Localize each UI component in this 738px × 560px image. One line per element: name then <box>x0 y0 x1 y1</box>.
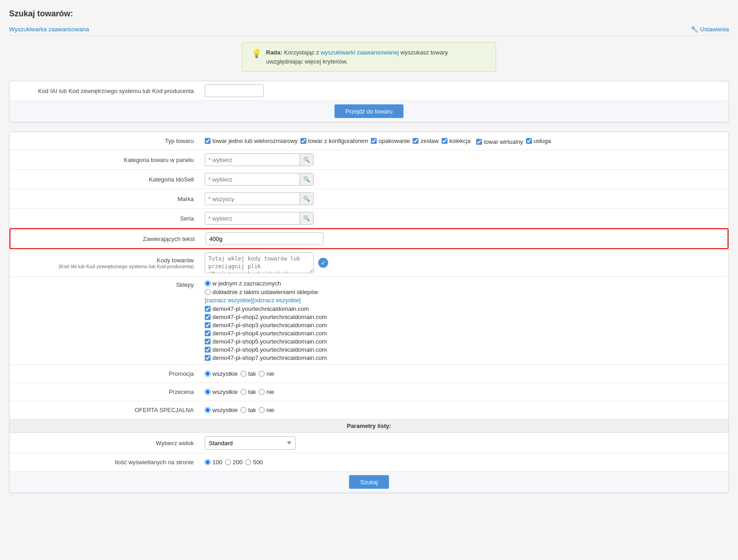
sklepy-radio-jednym[interactable]: w jednym z zaznaczonych <box>205 280 281 287</box>
szukaj-button[interactable]: Szukaj <box>349 475 389 489</box>
seria-wrap: 🔍 <box>205 212 314 225</box>
settings-link[interactable]: 🔧 Ustawienia <box>691 26 729 33</box>
kategoria-panelu-content: 🔍 <box>200 150 728 169</box>
seria-search-btn[interactable]: 🔍 <box>300 212 313 224</box>
typ-towaru-row: Typ towaru towar jedno lub wielorozmiaro… <box>10 132 728 150</box>
przecena-nie[interactable]: nie <box>259 388 274 395</box>
oferta-specjalna-content: wszystkie tak nie <box>200 403 728 417</box>
magnifier-icon-2: 🔍 <box>303 176 310 182</box>
przecena-content: wszystkie tak nie <box>200 385 728 398</box>
przecena-label: Przecena <box>10 385 200 399</box>
seria-label: Seria <box>10 211 200 226</box>
sklepy-radio-dokladnie[interactable]: dokładnie z takimi ustawieniami sklepów <box>205 289 318 295</box>
oferta-wszystkie[interactable]: wszystkie <box>205 407 238 413</box>
przecena-tak[interactable]: tak <box>241 388 256 395</box>
marka-input[interactable] <box>205 193 300 205</box>
wybierz-widok-content: Standard Rozszerzony Minimalny <box>200 433 728 453</box>
tip-text-before: Korzystając z <box>284 49 321 56</box>
zawierajacych-tekst-content <box>201 229 728 248</box>
zaznacz-odznacz-links: [zaznacz wszystkie] [odznacz wszystkie] <box>205 297 300 304</box>
promocja-label: Promocja <box>10 367 200 381</box>
oferta-specjalna-label: OFERTA SPECJALNA <box>10 403 200 417</box>
code-section: Kod IAI lub Kod zewnętrznego systemu lub… <box>9 81 729 123</box>
zawierajacych-tekst-input[interactable] <box>206 232 324 245</box>
kody-towarow-textarea[interactable] <box>205 252 314 273</box>
odznacz-link[interactable]: [odznacz wszystkie] <box>252 297 300 304</box>
kategoria-idosell-label: Kategoria IdoSell <box>10 172 200 187</box>
sklepy-row: Sklepy w jednym z zaznaczonych dokładnie… <box>10 277 728 365</box>
ilosc-100[interactable]: 100 <box>205 459 222 466</box>
sklepy-content: w jednym z zaznaczonych dokładnie z taki… <box>200 277 728 364</box>
kategoria-idosell-wrap: 🔍 <box>205 173 314 186</box>
shop-3[interactable]: demo47-pl-shop3.yourtechnicaldomain.com <box>205 322 327 329</box>
widok-select[interactable]: Standard Rozszerzony Minimalny <box>205 436 295 450</box>
cb-opakowanie[interactable]: opakowanie <box>371 138 410 144</box>
cb-usluga[interactable]: usługa <box>526 138 551 144</box>
wybierz-widok-row: Wybierz widok Standard Rozszerzony Minim… <box>10 433 728 453</box>
cb-towar-konfig[interactable]: towar z konfiguratorem <box>300 138 368 144</box>
code-btn-row: Przejdź do towaru <box>10 101 728 122</box>
promocja-tak[interactable]: tak <box>241 370 256 377</box>
kategoria-idosell-content: 🔍 <box>200 170 728 189</box>
wybierz-widok-label: Wybierz widok <box>10 436 200 450</box>
shop-6[interactable]: demo47-pl-shop6.yourtechnicaldomain.com <box>205 346 327 353</box>
cb-towar-wirtualny[interactable]: towar wirtualny <box>476 138 523 145</box>
kategoria-idosell-search-btn[interactable]: 🔍 <box>300 173 313 185</box>
przecena-row: Przecena wszystkie tak nie <box>10 383 728 401</box>
code-label: Kod IAI lub Kod zewnętrznego systemu lub… <box>10 84 200 98</box>
code-input[interactable] <box>205 84 264 97</box>
cb-kolekcja[interactable]: kolekcja <box>442 138 471 144</box>
cb-towar-jedno[interactable]: towar jedno lub wielorozmiarowy <box>205 138 298 144</box>
kody-towarow-content: ✓ <box>200 249 728 276</box>
tip-link[interactable]: wyszukiwarki zaawansowanej <box>321 49 399 56</box>
przecena-wszystkie[interactable]: wszystkie <box>205 388 238 395</box>
parametry-listy-header: Parametry listy: <box>10 419 728 433</box>
zaznacz-link[interactable]: [zaznacz wszystkie] <box>205 297 252 304</box>
top-bar: Wyszukiwarka zaawansowana 🔧 Ustawienia <box>9 23 729 36</box>
shop-1[interactable]: demo47-pl.yourtechnicaldomain.com <box>205 305 327 312</box>
shop-4[interactable]: demo47-pl-shop4.yourtechnicaldomain.com <box>205 330 327 337</box>
code-row: Kod IAI lub Kod zewnętrznego systemu lub… <box>10 81 728 101</box>
przejdz-button[interactable]: Przejdź do towaru <box>335 104 403 118</box>
ilosc-200[interactable]: 200 <box>225 459 243 466</box>
promocja-row: Promocja wszystkie tak nie <box>10 365 728 383</box>
kategoria-panelu-wrap: 🔍 <box>205 153 314 166</box>
advanced-search-link[interactable]: Wyszukiwarka zaawansowana <box>9 26 89 33</box>
tip-box: 💡 Rada: Korzystając z wyszukiwarki zaawa… <box>242 42 496 72</box>
seria-content: 🔍 <box>200 209 728 228</box>
magnifier-icon-4: 🔍 <box>303 215 310 221</box>
kategoria-idosell-input[interactable] <box>205 173 300 185</box>
marka-content: 🔍 <box>200 189 728 208</box>
tip-text: Rada: Korzystając z wyszukiwarki zaawans… <box>266 48 487 66</box>
seria-input[interactable] <box>205 212 300 224</box>
promocja-wszystkie[interactable]: wszystkie <box>205 370 238 377</box>
shop-2[interactable]: demo47-pl-shop2.yourtechnicaldomain.com <box>205 314 327 320</box>
ilosc-500[interactable]: 500 <box>245 459 263 466</box>
shop-7[interactable]: demo47-pl-shop7.yourtechnicaldomain.com <box>205 354 327 361</box>
shops-list: demo47-pl.yourtechnicaldomain.com demo47… <box>205 305 327 361</box>
zawierajacych-tekst-label: Zawierających tekst <box>10 232 201 246</box>
search-form: Typ towaru towar jedno lub wielorozmiaro… <box>9 132 729 493</box>
ilosc-label: Ilość wyświetlanych na stronie <box>10 455 200 469</box>
wrench-icon: 🔧 <box>691 26 698 33</box>
typ-towaru-content: towar jedno lub wielorozmiarowy towar z … <box>200 134 728 148</box>
sklepy-label: Sklepy <box>10 277 200 292</box>
page-title: Szukaj towarów: <box>9 9 729 19</box>
seria-row: Seria 🔍 <box>10 209 728 228</box>
marka-row: Marka 🔍 <box>10 189 728 209</box>
kategoria-idosell-row: Kategoria IdoSell 🔍 <box>10 170 728 189</box>
oferta-tak[interactable]: tak <box>241 407 256 413</box>
promocja-content: wszystkie tak nie <box>200 367 728 380</box>
cb-zestaw[interactable]: zestaw <box>413 138 438 144</box>
marka-search-btn[interactable]: 🔍 <box>300 193 313 205</box>
zawierajacych-tekst-row: Zawierających tekst <box>10 228 728 249</box>
promocja-nie[interactable]: nie <box>259 370 274 377</box>
kategoria-panelu-search-btn[interactable]: 🔍 <box>300 154 313 166</box>
oferta-nie[interactable]: nie <box>259 407 274 413</box>
kategoria-panelu-input[interactable] <box>205 154 300 166</box>
marka-wrap: 🔍 <box>205 192 314 205</box>
code-content <box>200 81 728 100</box>
lightbulb-icon: 💡 <box>251 49 261 59</box>
magnifier-icon-3: 🔍 <box>303 196 310 202</box>
shop-5[interactable]: demo47-pl-shop5.yourtechnicaldomain.com <box>205 338 327 345</box>
